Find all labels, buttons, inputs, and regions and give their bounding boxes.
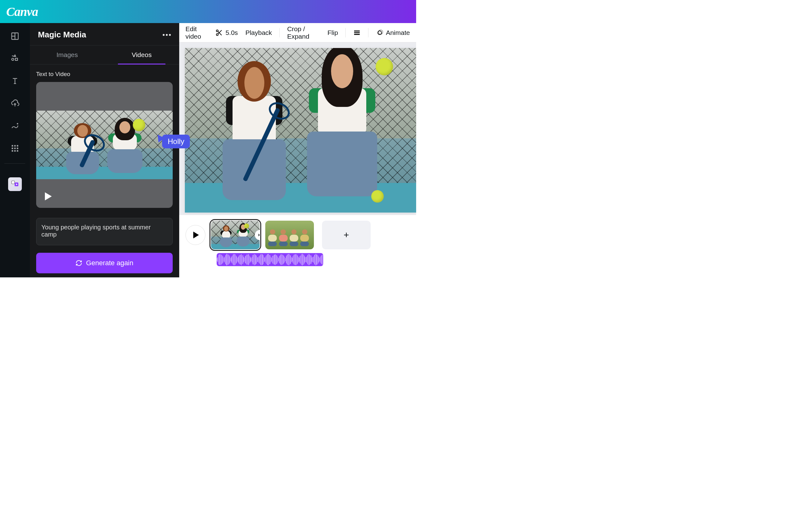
video-frame[interactable]: [185, 48, 416, 212]
collaborator-cursor: Holly: [156, 134, 190, 148]
generated-preview[interactable]: [36, 82, 173, 208]
svg-rect-16: [12, 150, 13, 152]
add-clip-button[interactable]: +: [322, 221, 370, 249]
text-icon[interactable]: [11, 77, 19, 86]
uploads-icon[interactable]: [11, 99, 19, 108]
svg-rect-10: [12, 145, 13, 147]
canvas-stage[interactable]: [179, 42, 416, 215]
app-header: Canva: [0, 0, 416, 23]
svg-rect-18: [17, 150, 18, 152]
svg-rect-26: [354, 31, 360, 32]
media-type-tabs: Images Videos: [30, 45, 179, 64]
panel-title: Magic Media: [38, 30, 86, 40]
svg-rect-17: [14, 150, 16, 152]
apps-icon[interactable]: [11, 144, 19, 153]
toolbar-separator: [279, 28, 280, 37]
magic-media-app-icon[interactable]: [8, 177, 22, 191]
timeline-play-button[interactable]: [186, 225, 205, 245]
collaborator-name: Holly: [162, 135, 190, 148]
toolbar-separator: [345, 28, 346, 37]
list-icon[interactable]: [353, 29, 361, 36]
audio-track[interactable]: [217, 253, 323, 266]
panel-more-icon[interactable]: [163, 34, 171, 36]
timeline-clip[interactable]: [211, 221, 260, 249]
toolbar-separator: [368, 28, 368, 37]
draw-icon[interactable]: [11, 121, 19, 130]
svg-rect-14: [14, 148, 16, 149]
svg-rect-4: [15, 58, 17, 60]
scissors-icon: [215, 29, 223, 36]
svg-rect-11: [14, 145, 16, 147]
elements-icon[interactable]: [11, 54, 19, 63]
svg-point-3: [12, 58, 14, 60]
play-icon[interactable]: [45, 192, 52, 201]
svg-rect-15: [17, 148, 18, 149]
context-toolbar: Edit video 5.0s Playback Crop / Expand F…: [179, 23, 416, 42]
svg-point-30: [378, 30, 383, 34]
animate-icon: [376, 29, 383, 36]
refresh-icon: [75, 260, 82, 266]
svg-rect-28: [354, 34, 360, 35]
duration-label: 5.0s: [225, 29, 238, 36]
svg-rect-12: [17, 145, 18, 147]
svg-rect-13: [12, 148, 13, 149]
rail-divider: [4, 163, 25, 164]
prompt-input[interactable]: Young people playing sports at summer ca…: [36, 218, 173, 245]
generate-label: Generate again: [86, 259, 133, 267]
svg-point-23: [216, 34, 218, 36]
svg-rect-27: [354, 32, 360, 33]
magic-media-panel: Magic Media Images Videos Text to Video: [30, 23, 179, 278]
flip-button[interactable]: Flip: [328, 29, 338, 36]
tab-images[interactable]: Images: [30, 45, 104, 64]
play-icon: [193, 231, 199, 239]
animate-label: Animate: [386, 29, 410, 36]
svg-point-9: [17, 124, 18, 124]
tool-rail: [0, 23, 30, 278]
templates-icon[interactable]: [11, 32, 19, 40]
waveform-icon: [217, 253, 323, 266]
generate-again-button[interactable]: Generate again: [36, 253, 173, 273]
trim-button[interactable]: 5.0s: [215, 29, 238, 36]
edit-video-button[interactable]: Edit video: [186, 25, 208, 40]
timeline-clip[interactable]: [265, 221, 314, 249]
timeline: +: [179, 215, 416, 278]
canva-logo: Canva: [6, 4, 38, 19]
tab-videos[interactable]: Videos: [104, 45, 179, 64]
section-label: Text to Video: [36, 71, 173, 78]
animate-button[interactable]: Animate: [376, 29, 410, 36]
svg-rect-19: [12, 181, 15, 184]
crop-expand-button[interactable]: Crop / Expand: [287, 25, 320, 40]
canvas-area: Edit video 5.0s Playback Crop / Expand F…: [179, 23, 416, 278]
svg-point-22: [216, 30, 218, 32]
plus-icon: +: [343, 230, 349, 240]
playback-button[interactable]: Playback: [245, 29, 272, 36]
